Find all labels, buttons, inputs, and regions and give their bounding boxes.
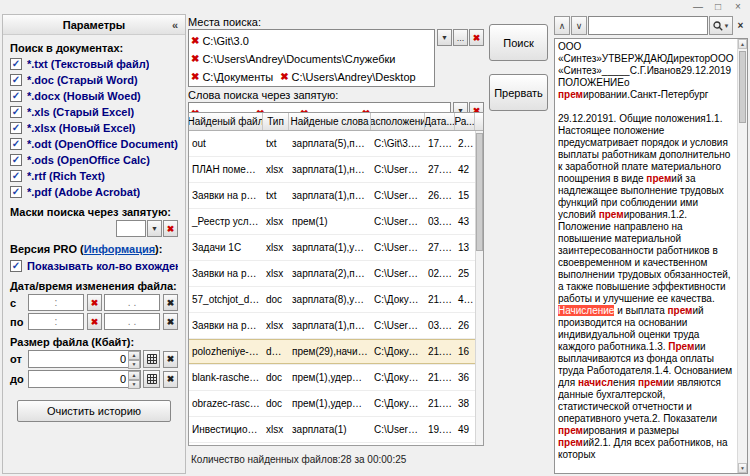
cell-type: doc xyxy=(263,372,289,383)
cell-type: xlsx xyxy=(263,424,289,435)
checkbox-checked-icon[interactable]: ✓ xyxy=(10,260,22,272)
search-options-dropdown-icon[interactable]: ▼ xyxy=(724,23,730,29)
size-to-spinner[interactable]: ▲ ▼ xyxy=(128,371,140,387)
size-to-input[interactable]: 0 ▲ ▼ xyxy=(28,370,141,388)
table-row[interactable]: outtxtзарплата(5),прем(5763),...C:\Git\3… xyxy=(189,131,483,157)
show-count-option[interactable]: ✓ Показывать кол-во вхождений xyxy=(10,258,178,274)
table-row[interactable]: Заявки на разработку ...xlsxзарплата(2),… xyxy=(189,261,483,287)
cell-words: зарплата(8),удержан(2),... xyxy=(289,294,371,305)
table-row[interactable]: _Реестр услуг связи с...xlsxпрем(1)C:\Us… xyxy=(189,209,483,235)
checkbox-checked-icon[interactable]: ✓ xyxy=(10,138,22,150)
size-from-spinner[interactable]: ▲ ▼ xyxy=(128,351,140,367)
masks-input[interactable] xyxy=(116,220,146,237)
preview-search-close-icon[interactable]: × xyxy=(733,20,748,31)
masks-dropdown-icon[interactable]: ▼ xyxy=(147,220,162,237)
filetype-option[interactable]: ✓*.docx (Новый Woed) xyxy=(10,88,178,104)
time-to-clear-icon[interactable]: ✖ xyxy=(87,313,102,330)
filetype-option[interactable]: ✓*.doc (Старый Word) xyxy=(10,72,178,88)
preview-scrollbar[interactable]: ▲ ▼ xyxy=(737,39,747,473)
cell-date: 27.06... xyxy=(425,242,455,253)
checkbox-checked-icon[interactable]: ✓ xyxy=(10,74,22,86)
find-prev-button[interactable]: ∧ xyxy=(554,16,570,35)
table-row[interactable]: Заявки на разработкуtxtзарплата(1),прем(… xyxy=(189,183,483,209)
collapse-panel-button[interactable]: « xyxy=(172,15,178,35)
results-scrollbar[interactable] xyxy=(475,131,483,445)
scroll-down-icon[interactable]: ▼ xyxy=(738,463,747,473)
column-header[interactable]: Найденые слова xyxy=(289,113,371,130)
filetype-option[interactable]: ✓*.xls (Старый Excel) xyxy=(10,104,178,120)
place-remove-icon[interactable]: ✖ xyxy=(191,53,199,64)
date-to-input[interactable]: . . xyxy=(104,313,160,330)
abort-button[interactable]: Прервать xyxy=(489,74,548,111)
table-row[interactable]: Заявки на разработку ...xlsxзарплата(1),… xyxy=(189,313,483,339)
preview-search-input[interactable] xyxy=(588,16,708,35)
time-to-input[interactable]: : xyxy=(28,313,84,330)
date-from-input[interactable]: . . xyxy=(104,294,160,311)
table-row[interactable]: Задачи 1Сxlsxзарплата(1),удержан(1),...C… xyxy=(189,235,483,261)
filetype-option[interactable]: ✓*.rtf (Rich Text) xyxy=(10,168,178,184)
table-row[interactable]: blank-raschetnyj-listokdocпрем(1),удержа… xyxy=(189,365,483,391)
date-to-clear-icon[interactable]: ✖ xyxy=(163,313,178,330)
size-from-numpad-button[interactable] xyxy=(143,350,160,368)
checkbox-checked-icon[interactable]: ✓ xyxy=(10,154,22,166)
find-next-button[interactable]: ∨ xyxy=(571,16,587,35)
table-row[interactable]: Инвестиционный Бюд...xlsxзарплата(1)C:\U… xyxy=(189,417,483,443)
time-from-clear-icon[interactable]: ✖ xyxy=(87,294,102,311)
size-to-clear-icon[interactable]: ✖ xyxy=(163,371,178,388)
filetype-option[interactable]: ✓*.odt (OpenOffice Document) xyxy=(10,136,178,152)
date-from-clear-icon[interactable]: ✖ xyxy=(163,294,178,311)
checkbox-checked-icon[interactable]: ✓ xyxy=(10,186,22,198)
filetype-option[interactable]: ✓*.xlsx (Новый Excel) xyxy=(10,120,178,136)
spin-down-icon[interactable]: ▼ xyxy=(128,380,140,389)
checkbox-checked-icon[interactable]: ✓ xyxy=(10,122,22,134)
search-button[interactable]: Поиск xyxy=(489,24,548,61)
table-row[interactable]: 57_otchjot_dlja_bd_zar...docзарплата(8),… xyxy=(189,287,483,313)
scroll-up-icon[interactable]: ▲ xyxy=(738,39,747,49)
filetype-option[interactable]: ✓*.pdf (Adobe Acrobat) xyxy=(10,184,178,200)
cell-date: 27.12... xyxy=(425,164,455,175)
place-remove-icon[interactable]: ✖ xyxy=(191,35,199,46)
masks-clear-icon[interactable]: ✖ xyxy=(163,220,178,237)
clear-history-button[interactable]: Очистить историю xyxy=(17,400,171,422)
match-highlight: начисл xyxy=(578,377,613,388)
filetype-option[interactable]: ✓*.txt (Текстовый файл) xyxy=(10,56,178,72)
places-clear-icon[interactable]: ✖ xyxy=(469,29,484,46)
size-to-label: до xyxy=(10,373,26,385)
preview-text[interactable]: ООО «Синтез»УТВЕРЖДАЮДиректорООО «Синтез… xyxy=(558,41,734,471)
preview-scrollbar-thumb[interactable] xyxy=(739,51,746,123)
place-remove-icon[interactable]: ✖ xyxy=(280,71,288,82)
minimize-button[interactable]: — xyxy=(691,1,705,13)
spin-up-icon[interactable]: ▲ xyxy=(128,351,140,360)
size-from-input[interactable]: 0 ▲ ▼ xyxy=(28,350,141,368)
column-header[interactable]: Найденый файл xyxy=(189,113,263,130)
filetype-label: *.pdf (Adobe Acrobat) xyxy=(27,186,140,198)
maximize-button[interactable]: □ xyxy=(711,1,725,13)
preview-search-button[interactable]: ▼ xyxy=(709,16,733,35)
places-dropdown-icon[interactable]: ▼ xyxy=(437,29,452,46)
checkbox-checked-icon[interactable]: ✓ xyxy=(10,58,22,70)
places-tags[interactable]: ✖C:\Git\3.0✖C:\Users\Andrey\Documents\Сл… xyxy=(188,29,435,87)
table-row[interactable]: obrazec-raschetnyj-listokdocпрем(1),удер… xyxy=(189,391,483,417)
column-header[interactable]: Дата... xyxy=(425,113,455,130)
column-header[interactable]: Тип xyxy=(263,113,289,130)
size-to-numpad-button[interactable] xyxy=(143,370,160,388)
spin-down-icon[interactable]: ▼ xyxy=(128,360,140,369)
date-filter-label: Дата/время изменения файла: xyxy=(10,280,178,292)
column-header[interactable]: Ра... xyxy=(455,113,475,130)
time-from-input[interactable]: : xyxy=(28,294,84,311)
table-row[interactable]: ПЛАН помесячный ИТ...xlsxзарплата(1),нач… xyxy=(189,157,483,183)
pro-info-link[interactable]: Информация xyxy=(84,243,155,255)
spin-up-icon[interactable]: ▲ xyxy=(128,371,140,380)
checkbox-checked-icon[interactable]: ✓ xyxy=(10,106,22,118)
places-browse-button[interactable]: ... xyxy=(453,29,468,46)
results-scrollbar-thumb[interactable] xyxy=(476,133,483,251)
table-row[interactable]: polozheniye-o-premirov...docxпрем(29),на… xyxy=(189,339,483,365)
checkbox-checked-icon[interactable]: ✓ xyxy=(10,170,22,182)
column-header[interactable]: Расположение xyxy=(371,113,425,130)
filetype-option[interactable]: ✓*.ods (OpenOffice Calc) xyxy=(10,152,178,168)
checkbox-checked-icon[interactable]: ✓ xyxy=(10,90,22,102)
place-remove-icon[interactable]: ✖ xyxy=(191,71,199,82)
close-button[interactable]: × xyxy=(731,1,745,13)
cell-words: прем(1),удержан(2),начи... xyxy=(289,398,371,409)
size-from-clear-icon[interactable]: ✖ xyxy=(163,351,178,368)
